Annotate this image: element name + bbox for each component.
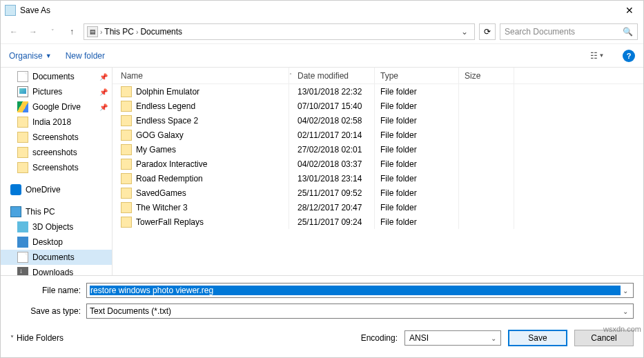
breadcrumb[interactable]: ▤ › This PC › Documents ⌄ <box>84 23 475 40</box>
sidebar-item[interactable]: Pictures📌 <box>1 84 112 99</box>
filename-label: File name: <box>10 286 86 295</box>
folder-icon <box>121 188 132 199</box>
folder-icon <box>17 132 28 143</box>
close-icon[interactable]: ✕ <box>620 3 639 17</box>
sidebar-item[interactable]: Documents <box>1 250 112 265</box>
titlebar: Save As ✕ <box>1 1 643 20</box>
new-folder-button[interactable]: New folder <box>66 51 105 61</box>
breadcrumb-root[interactable]: This PC <box>104 27 134 37</box>
filename-input[interactable]: restore windows photo viewer.reg ⌄ <box>86 283 634 298</box>
sidebar-item[interactable]: Downloads <box>1 265 112 275</box>
table-row[interactable]: Paradox Interactive04/02/2018 03:37File … <box>113 157 643 171</box>
nav-tree[interactable]: Documents📌Pictures📌Google Drive📌India 20… <box>1 68 113 275</box>
recent-dropdown[interactable]: ˅ <box>45 24 60 39</box>
sidebar-item[interactable]: Screenshots <box>1 130 112 145</box>
chevron-right-icon: › <box>100 28 102 36</box>
savetype-value: Text Documents (*.txt) <box>90 306 621 316</box>
main-split: Documents📌Pictures📌Google Drive📌India 20… <box>1 67 643 275</box>
sidebar-item-onedrive[interactable]: OneDrive <box>1 182 112 197</box>
sidebar-item[interactable]: India 2018 <box>1 115 112 130</box>
chevron-down-icon[interactable]: ⌄ <box>621 308 630 315</box>
search-input[interactable]: Search Documents 🔍 <box>500 23 638 40</box>
hide-folders-toggle[interactable]: ˅ Hide Folders <box>10 333 64 343</box>
back-button[interactable]: ← <box>6 24 21 39</box>
folder-icon <box>17 117 28 128</box>
table-row[interactable]: Endless Legend07/10/2017 15:40File folde… <box>113 99 643 113</box>
folder-icon <box>121 173 132 184</box>
col-name[interactable]: Name <box>113 68 289 83</box>
folder-icon <box>121 217 132 228</box>
table-row[interactable]: GOG Galaxy02/11/2017 20:14File folder <box>113 128 643 142</box>
help-icon[interactable]: ? <box>623 50 635 62</box>
encoding-select[interactable]: ANSI ⌄ <box>404 330 501 346</box>
sidebar-item[interactable]: Desktop <box>1 235 112 250</box>
folder-icon <box>121 86 132 97</box>
folder-icon <box>121 159 132 170</box>
chevron-down-icon: ⌄ <box>491 335 496 342</box>
table-row[interactable]: TowerFall Replays25/11/2017 09:24File fo… <box>113 215 643 229</box>
folder-icon <box>17 267 28 275</box>
sidebar-item[interactable]: Documents📌 <box>1 69 112 84</box>
sidebar-item[interactable]: screenshots <box>1 145 112 160</box>
table-row[interactable]: The Witcher 328/12/2017 20:47File folder <box>113 200 643 215</box>
forward-button[interactable]: → <box>26 24 41 39</box>
folder-icon <box>121 101 132 112</box>
pc-icon <box>10 206 21 217</box>
view-options[interactable]: ☷ ▼ <box>585 48 609 63</box>
window-title: Save As <box>20 6 620 15</box>
folder-icon <box>121 115 132 126</box>
pin-icon: 📌 <box>99 73 108 81</box>
folder-icon <box>17 147 28 158</box>
pin-icon: 📌 <box>99 103 108 111</box>
chevron-right-icon: › <box>136 28 138 36</box>
chevron-down-icon[interactable]: ⌄ <box>621 287 630 295</box>
app-icon <box>5 5 16 16</box>
onedrive-icon <box>10 184 21 195</box>
pc-icon: ▤ <box>87 26 98 37</box>
folder-icon <box>17 252 28 263</box>
encoding-label: Encoding: <box>361 333 398 343</box>
breadcrumb-current[interactable]: Documents <box>140 27 182 37</box>
filename-value: restore windows photo viewer.reg <box>90 286 621 295</box>
chevron-down-icon[interactable]: ⌄ <box>458 27 471 37</box>
column-headers: Name ˄ Date modified Type Size <box>113 68 643 84</box>
table-row[interactable]: SavedGames25/11/2017 09:52File folder <box>113 186 643 200</box>
folder-icon <box>17 101 28 112</box>
folder-icon <box>121 202 132 213</box>
organise-menu[interactable]: Organise ▼ <box>9 51 52 61</box>
watermark: wsxdn.com <box>603 325 641 333</box>
table-row[interactable]: Endless Space 204/02/2018 02:58File fold… <box>113 113 643 128</box>
table-row[interactable]: My Games27/02/2018 02:01File folder <box>113 142 643 157</box>
up-button[interactable]: ↑ <box>64 24 79 39</box>
col-date[interactable]: Date modified <box>292 68 375 83</box>
save-button[interactable]: Save <box>508 330 567 346</box>
chevron-down-icon: ▼ <box>46 52 52 59</box>
folder-icon <box>121 144 132 155</box>
table-row[interactable]: Road Redemption13/01/2018 23:14File fold… <box>113 171 643 186</box>
folder-icon <box>17 237 28 248</box>
sidebar-item[interactable]: Screenshots <box>1 160 112 175</box>
table-row[interactable]: Dolphin Emulator13/01/2018 22:32File fol… <box>113 84 643 99</box>
col-size[interactable]: Size <box>459 68 514 83</box>
pin-icon: 📌 <box>99 88 108 96</box>
savetype-select[interactable]: Text Documents (*.txt) ⌄ <box>86 304 634 319</box>
col-type[interactable]: Type <box>375 68 459 83</box>
toolbar: Organise ▼ New folder ☷ ▼ ? <box>1 43 643 67</box>
savetype-label: Save as type: <box>10 306 86 316</box>
sidebar-item[interactable]: Google Drive📌 <box>1 99 112 115</box>
footer: ˅ Hide Folders Encoding: ANSI ⌄ Save Can… <box>1 323 643 353</box>
refresh-button[interactable]: ⟳ <box>479 23 496 40</box>
search-placeholder: Search Documents <box>505 27 623 37</box>
save-fields: File name: restore windows photo viewer.… <box>1 275 643 323</box>
chevron-down-icon: ˅ <box>10 335 14 342</box>
folder-icon <box>17 86 28 97</box>
folder-icon <box>17 71 28 82</box>
folder-icon <box>17 162 28 173</box>
file-list[interactable]: Name ˄ Date modified Type Size Dolphin E… <box>113 68 643 275</box>
navbar: ← → ˅ ↑ ▤ › This PC › Documents ⌄ ⟳ Sear… <box>1 20 643 43</box>
folder-icon <box>121 130 132 141</box>
sidebar-item-thispc[interactable]: This PC <box>1 204 112 219</box>
sidebar-item[interactable]: 3D Objects <box>1 219 112 235</box>
folder-icon <box>17 221 28 232</box>
search-icon: 🔍 <box>623 27 633 37</box>
